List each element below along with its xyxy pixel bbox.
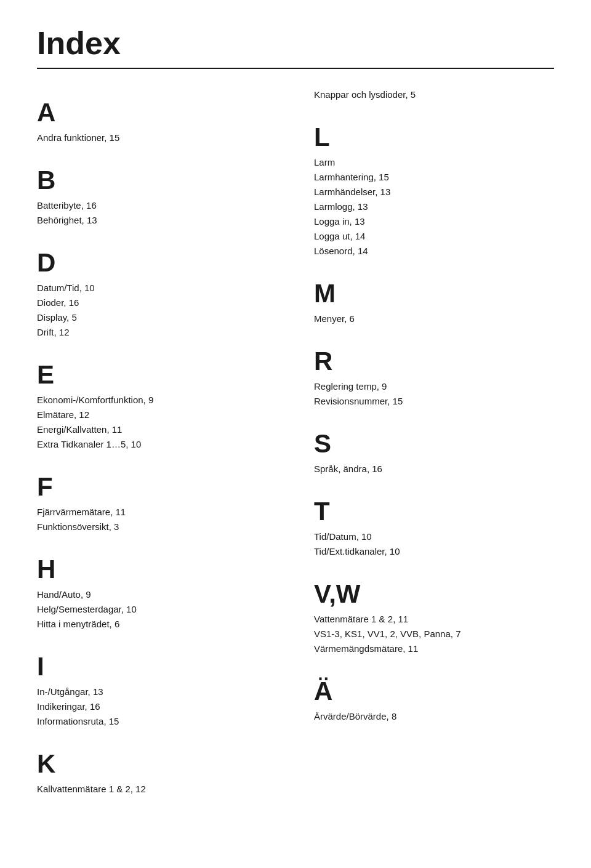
right-column: Knappar och lysdioder, 5LLarmLarmhanteri… [314, 100, 554, 819]
index-section: SSpråk, ändra, 16 [314, 431, 554, 476]
section-letter: I [37, 654, 277, 680]
section-letter: D [37, 250, 277, 276]
index-entry: Larmhantering, 15 [314, 170, 554, 185]
index-entry: Elmätare, 12 [37, 408, 277, 422]
index-section: TTid/Datum, 10Tid/Ext.tidkanaler, 10 [314, 499, 554, 559]
section-items: Batteribyte, 16Behörighet, 13 [37, 198, 277, 228]
section-items: Tid/Datum, 10Tid/Ext.tidkanaler, 10 [314, 529, 554, 559]
section-items: Reglering temp, 9Revisionsnummer, 15 [314, 379, 554, 409]
section-letter: F [37, 474, 277, 500]
index-entry: Batteribyte, 16 [37, 198, 277, 213]
index-entry: Larmhändelser, 13 [314, 185, 554, 199]
index-entry: Ärvärde/Börvärde, 8 [314, 709, 554, 724]
index-entry: Revisionsnummer, 15 [314, 394, 554, 409]
index-entry: Larm [314, 155, 554, 170]
index-entry: Kallvattenmätare 1 & 2, 12 [37, 782, 277, 797]
section-letter: B [37, 167, 277, 193]
index-section: BBatteribyte, 16Behörighet, 13 [37, 167, 277, 228]
section-items: Kallvattenmätare 1 & 2, 12 [37, 782, 277, 797]
index-entry: VS1-3, KS1, VV1, 2, VVB, Panna, 7 [314, 627, 554, 641]
section-header-text: Knappar och lysdioder, 5 [314, 87, 554, 102]
index-entry: Logga in, 13 [314, 214, 554, 229]
section-letter: V,W [314, 581, 554, 607]
page-title: Index [37, 25, 554, 62]
section-letter: H [37, 557, 277, 582]
index-entry: Andra funktioner, 15 [37, 131, 277, 145]
section-letter: K [37, 751, 277, 777]
left-column: AAndra funktioner, 15BBatteribyte, 16Beh… [37, 100, 277, 819]
index-entry: Informationsruta, 15 [37, 714, 277, 729]
index-entry: Extra Tidkanaler 1…5, 10 [37, 437, 277, 452]
index-columns: AAndra funktioner, 15BBatteribyte, 16Beh… [37, 100, 554, 819]
index-section: AAndra funktioner, 15 [37, 100, 277, 145]
index-section: HHand/Auto, 9Helg/Semesterdagar, 10Hitta… [37, 557, 277, 632]
index-entry: Behörighet, 13 [37, 213, 277, 228]
index-entry: Lösenord, 14 [314, 244, 554, 259]
index-entry: Tid/Ext.tidkanaler, 10 [314, 544, 554, 559]
index-section: LLarmLarmhantering, 15Larmhändelser, 13L… [314, 124, 554, 259]
index-section: RReglering temp, 9Revisionsnummer, 15 [314, 348, 554, 409]
index-entry: Hand/Auto, 9 [37, 587, 277, 602]
section-items: Andra funktioner, 15 [37, 131, 277, 145]
index-entry: Fjärrvärmemätare, 11 [37, 505, 277, 520]
index-entry: Värmemängdsmätare, 11 [314, 641, 554, 656]
index-entry: Vattenmätare 1 & 2, 11 [314, 612, 554, 627]
index-section: V,WVattenmätare 1 & 2, 11VS1-3, KS1, VV1… [314, 581, 554, 656]
index-entry: Energi/Kallvatten, 11 [37, 422, 277, 437]
index-entry: Funktionsöversikt, 3 [37, 520, 277, 534]
index-entry: Hitta i menyträdet, 6 [37, 617, 277, 632]
index-section: DDatum/Tid, 10Dioder, 16Display, 5Drift,… [37, 250, 277, 340]
section-items: Ekonomi-/Komfortfunktion, 9Elmätare, 12E… [37, 393, 277, 452]
section-items: Vattenmätare 1 & 2, 11VS1-3, KS1, VV1, 2… [314, 612, 554, 656]
section-letter: S [314, 431, 554, 457]
section-items: LarmLarmhantering, 15Larmhändelser, 13La… [314, 155, 554, 259]
index-entry: Tid/Datum, 10 [314, 529, 554, 544]
title-divider [37, 68, 554, 69]
index-entry: Logga ut, 14 [314, 229, 554, 244]
index-entry: Språk, ändra, 16 [314, 462, 554, 476]
index-entry: Larmlogg, 13 [314, 199, 554, 214]
index-section: KKallvattenmätare 1 & 2, 12 [37, 751, 277, 797]
index-entry: Drift, 12 [37, 325, 277, 340]
index-entry: Display, 5 [37, 310, 277, 325]
section-items: Språk, ändra, 16 [314, 462, 554, 476]
index-entry: Dioder, 16 [37, 295, 277, 310]
index-section: FFjärrvärmemätare, 11Funktionsöversikt, … [37, 474, 277, 534]
index-entry: In-/Utgångar, 13 [37, 685, 277, 699]
index-entry: Indikeringar, 16 [37, 699, 277, 714]
section-items: Ärvärde/Börvärde, 8 [314, 709, 554, 724]
index-section: MMenyer, 6 [314, 281, 554, 326]
section-letter: T [314, 499, 554, 524]
section-items: Fjärrvärmemätare, 11Funktionsöversikt, 3 [37, 505, 277, 534]
section-items: Datum/Tid, 10Dioder, 16Display, 5Drift, … [37, 281, 277, 340]
section-letter: R [314, 348, 554, 374]
index-entry: Helg/Semesterdagar, 10 [37, 602, 277, 617]
index-entry: Ekonomi-/Komfortfunktion, 9 [37, 393, 277, 408]
index-section: IIn-/Utgångar, 13Indikeringar, 16Informa… [37, 654, 277, 729]
index-section: ÄÄrvärde/Börvärde, 8 [314, 678, 554, 724]
section-items: In-/Utgångar, 13Indikeringar, 16Informat… [37, 685, 277, 729]
index-section: EEkonomi-/Komfortfunktion, 9Elmätare, 12… [37, 362, 277, 452]
section-letter: E [37, 362, 277, 388]
section-items: Menyer, 6 [314, 311, 554, 326]
section-letter: L [314, 124, 554, 150]
section-letter: A [37, 100, 277, 126]
section-letter: M [314, 281, 554, 307]
index-entry: Reglering temp, 9 [314, 379, 554, 394]
index-entry: Menyer, 6 [314, 311, 554, 326]
index-entry: Datum/Tid, 10 [37, 281, 277, 295]
section-letter: Ä [314, 678, 554, 704]
section-items: Hand/Auto, 9Helg/Semesterdagar, 10Hitta … [37, 587, 277, 632]
